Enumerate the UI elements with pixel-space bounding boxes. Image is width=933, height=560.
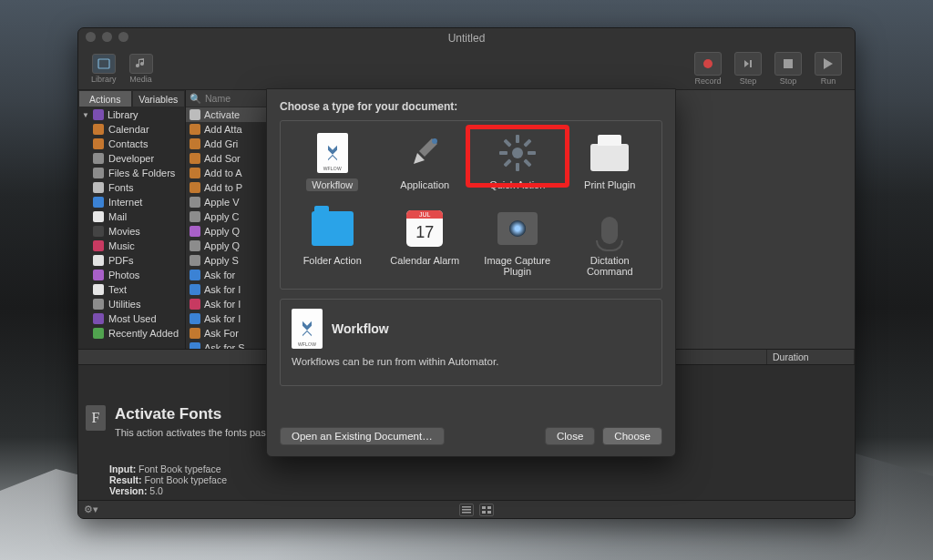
tab-variables[interactable]: Variables	[132, 90, 186, 107]
svg-rect-7	[482, 511, 486, 514]
actions-list: ActivateAdd AttaAdd GriAdd SorAdd to AAd…	[186, 107, 267, 349]
svg-rect-5	[482, 506, 486, 509]
tab-actions[interactable]: Actions	[78, 90, 132, 107]
type-desc-text: Workflows can be run from within Automat…	[292, 356, 651, 367]
document-type-sheet: Choose a type for your document: Workflo…	[266, 88, 676, 457]
category-icon	[93, 328, 104, 339]
library-item-utilities[interactable]: Utilities	[78, 297, 185, 311]
svg-rect-11	[516, 135, 519, 143]
gear-icon[interactable]: ⚙︎▾	[84, 504, 98, 515]
library-item-movies[interactable]: Movies	[78, 224, 185, 239]
library-item-photos[interactable]: Photos	[78, 268, 185, 282]
category-icon	[93, 270, 104, 280]
stop-button[interactable]: Stop	[769, 50, 807, 87]
library-root[interactable]: ▼ Library	[78, 107, 185, 122]
toolbar-media-button[interactable]: Media	[124, 52, 159, 86]
toolbar: Library Media Record Step Stop Run	[78, 48, 855, 90]
action-item[interactable]: Add to A	[186, 166, 267, 180]
svg-point-9	[432, 138, 437, 144]
svg-rect-2	[462, 506, 471, 508]
doc-type-folder[interactable]: Folder Action	[286, 206, 379, 280]
traffic-lights[interactable]	[86, 32, 128, 42]
doc-type-application[interactable]: Application	[379, 130, 472, 193]
action-icon	[190, 299, 200, 310]
action-item[interactable]: Ask for I	[186, 297, 267, 311]
doc-type-quickaction[interactable]: Quick Action	[471, 130, 564, 193]
search-icon: 🔍	[190, 93, 201, 105]
sidebar-tabs: Actions Variables	[78, 90, 185, 107]
library-item-pdfs[interactable]: PDFs	[78, 253, 185, 268]
library-item-fonts[interactable]: Fonts	[78, 180, 185, 195]
doc-type-mic[interactable]: Dictation Command	[564, 206, 657, 280]
action-item[interactable]: Add Atta	[186, 122, 267, 137]
svg-rect-16	[503, 158, 511, 167]
library-item-calendar[interactable]: Calendar	[78, 122, 185, 137]
toolbar-library-button[interactable]: Library	[86, 52, 122, 86]
library-item-text[interactable]: Text	[78, 282, 185, 297]
record-button[interactable]: Record	[689, 50, 727, 87]
svg-rect-13	[528, 151, 536, 155]
sheet-button-row: Open an Existing Document… Close Choose	[280, 418, 662, 445]
action-icon	[190, 255, 200, 266]
actions-column: 🔍 Name ActivateAdd AttaAdd GriAdd SorAdd…	[186, 90, 268, 349]
doc-type-calendar[interactable]: JUL17Calendar Alarm	[379, 206, 472, 280]
library-item-files-folders[interactable]: Files & Folders	[78, 166, 185, 180]
open-existing-button[interactable]: Open an Existing Document…	[280, 427, 445, 445]
doc-type-label: Quick Action	[486, 178, 549, 191]
library-list: CalendarContactsDeveloperFiles & Folders…	[78, 122, 185, 349]
run-button[interactable]: Run	[809, 50, 847, 87]
search-row: 🔍 Name	[186, 90, 267, 107]
category-icon	[93, 313, 104, 324]
doc-type-workflow[interactable]: Workflow	[286, 130, 379, 193]
action-icon	[190, 240, 200, 251]
action-item[interactable]: Activate	[186, 107, 267, 122]
doc-type-camera[interactable]: Image Capture Plugin	[471, 206, 564, 280]
action-item[interactable]: Apply Q	[186, 239, 267, 253]
library-item-contacts[interactable]: Contacts	[78, 137, 185, 151]
search-input[interactable]: Name	[205, 93, 231, 104]
category-icon	[93, 153, 104, 164]
library-item-developer[interactable]: Developer	[78, 151, 185, 166]
action-item[interactable]: Add Gri	[186, 137, 267, 151]
action-icon	[190, 182, 200, 193]
view-list-icon[interactable]	[459, 504, 474, 516]
action-item[interactable]: Add to P	[186, 180, 267, 195]
library-item-most-used[interactable]: Most Used	[78, 311, 185, 326]
type-desc-title: Workflow	[332, 321, 389, 336]
choose-button[interactable]: Choose	[602, 427, 662, 445]
action-item[interactable]: Ask for I	[186, 282, 267, 297]
doc-type-label: Image Capture Plugin	[473, 254, 562, 278]
svg-rect-4	[462, 512, 471, 514]
action-item[interactable]: Ask for S	[186, 341, 267, 349]
library-item-music[interactable]: Music	[78, 239, 185, 253]
action-icon	[190, 342, 200, 349]
action-item[interactable]: Ask for	[186, 268, 267, 282]
action-item[interactable]: Apply S	[186, 253, 267, 268]
library-item-recently-added[interactable]: Recently Added	[78, 326, 185, 341]
action-item[interactable]: Ask for I	[186, 311, 267, 326]
library-item-internet[interactable]: Internet	[78, 195, 185, 209]
action-item[interactable]: Apply C	[186, 209, 267, 224]
action-item[interactable]: Ask For	[186, 326, 267, 341]
action-icon	[190, 270, 200, 280]
step-button[interactable]: Step	[729, 50, 767, 87]
workflow-icon	[312, 132, 354, 174]
doc-type-label: Print Plugin	[580, 178, 639, 191]
disclosure-triangle-icon: ▼	[82, 111, 89, 119]
titlebar: Untitled	[78, 28, 855, 48]
close-button[interactable]: Close	[545, 427, 595, 445]
action-item[interactable]: Apply Q	[186, 224, 267, 239]
action-item[interactable]: Add Sor	[186, 151, 267, 166]
library-icon	[93, 109, 104, 120]
action-icon	[190, 138, 200, 149]
library-item-mail[interactable]: Mail	[78, 209, 185, 224]
view-flow-icon[interactable]	[479, 504, 494, 516]
svg-rect-14	[523, 158, 531, 167]
mic-icon	[589, 208, 631, 249]
doc-type-label: Dictation Command	[566, 254, 655, 278]
print-icon	[589, 132, 631, 174]
action-icon	[190, 328, 200, 339]
doc-type-print[interactable]: Print Plugin	[564, 130, 657, 193]
calendar-icon: JUL17	[404, 208, 446, 249]
action-item[interactable]: Apple V	[186, 195, 267, 209]
